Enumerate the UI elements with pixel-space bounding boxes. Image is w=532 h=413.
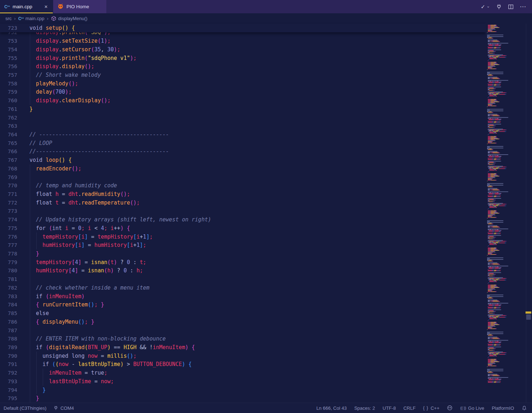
tab-pio-home[interactable]: PIO Home bbox=[53, 0, 106, 13]
code-line-773: 773 bbox=[0, 207, 486, 216]
code-line-771: 771 float h = dht.readHumidity(); bbox=[0, 190, 486, 198]
code-line-791: 791 if ((now - lastBtnUpTime) > BUTTON_D… bbox=[0, 360, 486, 369]
sticky-scroll-line[interactable]: 723 void setup() { bbox=[0, 24, 486, 32]
tab-main-cpp[interactable]: C++ main.cpp ✕ bbox=[0, 0, 53, 13]
code-line-779: 779 tempHistory[4] = isnan(t) ? 0 : t; bbox=[0, 258, 486, 267]
close-icon[interactable]: ✕ bbox=[43, 4, 49, 10]
code-line-753: 753 display.setTextSize(1); bbox=[0, 37, 486, 45]
tab-label: PIO Home bbox=[66, 4, 89, 9]
broadcast-icon: ((·)) bbox=[460, 406, 466, 410]
code-line-795: 795 } bbox=[0, 394, 486, 403]
serial-port-indicator[interactable]: COM4 bbox=[54, 405, 74, 411]
code-line-769: 769 bbox=[0, 173, 486, 182]
code-line-784: 784 { runCurrentItem(); } bbox=[0, 301, 486, 309]
code-line-756: 756 display.display(); bbox=[0, 62, 486, 71]
code-line-758: 758 playMelody(); bbox=[0, 79, 486, 88]
code-line-770: 770 // temp and humidity code bbox=[0, 181, 486, 190]
code-line-790: 790 unsigned long now = millis(); bbox=[0, 352, 486, 360]
code-line-786: 786 { displayMenu(); } bbox=[0, 318, 486, 326]
code-line-764: 764// ----------------------------------… bbox=[0, 130, 486, 139]
code-line-765: 765// LOOP bbox=[0, 139, 486, 147]
scrollbar-thumb[interactable] bbox=[526, 314, 531, 320]
notifications-bell-icon[interactable] bbox=[522, 405, 527, 411]
code-line-776: 776 tempHistory[i] = tempHistory[i+1]; bbox=[0, 233, 486, 241]
code-line-757: 757 // Short wake melody bbox=[0, 71, 486, 79]
editor-actions: ✓⌄ ⋯ bbox=[481, 0, 532, 13]
platformio-icon bbox=[57, 4, 64, 10]
minimap[interactable] bbox=[486, 24, 526, 386]
code-line-788: 788 // ENTER ITEM with non-blocking debo… bbox=[0, 334, 486, 343]
language-indicator[interactable]: { } C++ bbox=[423, 405, 439, 411]
code-line-787: 787 bbox=[0, 326, 486, 335]
overview-cursor-marker bbox=[526, 311, 531, 314]
cpp-file-icon: C++ bbox=[4, 4, 10, 9]
code-line-760: 760 display.clearDisplay(); bbox=[0, 96, 486, 105]
code-line-763: 763 bbox=[0, 122, 486, 130]
code-line-783: 783 if (inMenuItem) bbox=[0, 292, 486, 301]
sticky-line-number: 723 bbox=[0, 25, 17, 31]
line-col-indicator[interactable]: Ln 666, Col 43 bbox=[316, 405, 347, 411]
code-line-793: 793 lastBtnUpTime = now; bbox=[0, 377, 486, 386]
platformio-home-button[interactable]: PlatformIO bbox=[492, 405, 514, 411]
code-line-792: 792 inMenuItem = true; bbox=[0, 369, 486, 377]
encoding-indicator[interactable]: UTF-8 bbox=[383, 405, 396, 411]
code-line-761: 761} bbox=[0, 105, 486, 113]
split-editor-icon[interactable] bbox=[508, 4, 514, 10]
braces-icon: { } bbox=[423, 405, 429, 410]
code-line-780: 780 humHistory[4] = isnan(h) ? 0 : h; bbox=[0, 267, 486, 275]
eol-indicator[interactable]: CRLF bbox=[403, 405, 416, 411]
indent-indicator[interactable]: Spaces: 2 bbox=[354, 405, 375, 411]
sticky-line-text: void setup() { bbox=[29, 25, 75, 31]
chevron-down-icon: ⌄ bbox=[486, 4, 490, 9]
code-line-759: 759 delay(700); bbox=[0, 88, 486, 97]
code-line-778: 778 } bbox=[0, 249, 486, 258]
code-line-789: 789 if (digitalRead(BTN_UP) == HIGH && !… bbox=[0, 343, 486, 352]
code-line-767: 767void loop() { bbox=[0, 156, 486, 164]
code-line-772: 772 float t = dht.readTemperature(); bbox=[0, 198, 486, 207]
code-line-785: 785 else bbox=[0, 309, 486, 318]
vscode-window: C++ main.cpp ✕ PIO Home ✓⌄ bbox=[0, 0, 532, 413]
code-line-766: 766//-----------------------------------… bbox=[0, 147, 486, 156]
code-line-755: 755 display.println("sdqPhone v1"); bbox=[0, 54, 486, 62]
run-task-button[interactable]: ✓⌄ bbox=[481, 4, 490, 10]
code-line-794: 794 } bbox=[0, 386, 486, 394]
go-live-button[interactable]: ((·)) Go Live bbox=[460, 405, 484, 411]
code-lines: 752 display.println("SDQ");753 display.s… bbox=[0, 28, 486, 403]
platformio-status-icon[interactable] bbox=[447, 405, 453, 411]
overview-ruler[interactable] bbox=[526, 24, 532, 403]
serial-monitor-plug-icon[interactable] bbox=[496, 4, 502, 10]
more-actions-icon[interactable]: ⋯ bbox=[520, 3, 526, 10]
code-line-781: 781 bbox=[0, 275, 486, 283]
pio-env-selector[interactable]: Default (C3Thingies) bbox=[4, 405, 46, 411]
status-bar: Default (C3Thingies) COM4 Ln 666, Col 43… bbox=[0, 403, 532, 413]
code-line-754: 754 display.setCursor(35, 30); bbox=[0, 45, 486, 54]
editor-group: src › C++ main.cpp › displayMenu() 752 d… bbox=[0, 13, 532, 403]
tab-bar: C++ main.cpp ✕ PIO Home ✓⌄ bbox=[0, 0, 532, 13]
code-line-782: 782 // check whether inside a menu item bbox=[0, 283, 486, 292]
code-line-768: 768 readEncoder(); bbox=[0, 164, 486, 173]
code-line-775: 775 for (int i = 0; i < 4; i++) { bbox=[0, 224, 486, 233]
code-line-762: 762 bbox=[0, 113, 486, 122]
code-editor[interactable]: 752 display.println("SDQ");753 display.s… bbox=[0, 13, 486, 403]
code-line-777: 777 humHistory[i] = humHistory[i+1]; bbox=[0, 241, 486, 249]
code-line-774: 774 // Update history arrays (shift left… bbox=[0, 215, 486, 224]
tab-label: main.cpp bbox=[13, 4, 32, 9]
